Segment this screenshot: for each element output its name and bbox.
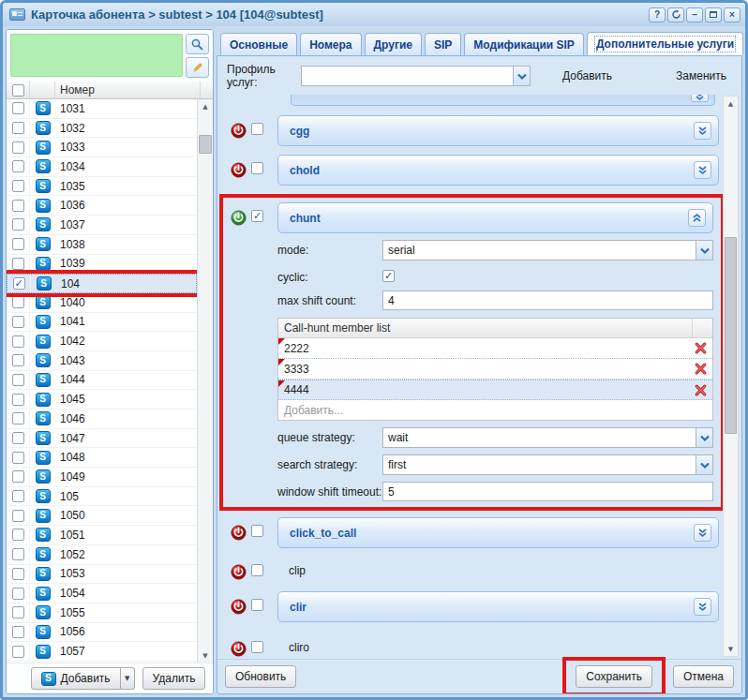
service-checkbox[interactable] — [251, 564, 263, 576]
scroll-up-icon[interactable]: ▲ — [724, 97, 738, 111]
scroll-thumb[interactable] — [199, 135, 212, 154]
row-checkbox[interactable] — [12, 296, 24, 308]
tab-osnovnye[interactable]: Основные — [220, 33, 297, 55]
row-checkbox[interactable] — [12, 316, 24, 328]
list-item[interactable]: 1055 — [7, 603, 197, 623]
mode-select[interactable]: serial — [382, 240, 713, 261]
row-checkbox[interactable] — [12, 335, 24, 348]
list-item[interactable]: 1035 — [7, 177, 197, 197]
edit-button[interactable] — [186, 57, 209, 78]
list-item[interactable]: 1039 — [7, 255, 197, 275]
search-button[interactable] — [186, 34, 209, 54]
close-button[interactable]: × — [724, 7, 741, 22]
member-row[interactable]: 3333 — [278, 359, 712, 380]
row-checkbox[interactable] — [12, 141, 24, 154]
maximize-button[interactable] — [705, 7, 722, 22]
list-item[interactable]: 1041 — [7, 313, 197, 333]
list-item[interactable]: 1042 — [7, 332, 197, 351]
list-item[interactable]: 1034 — [7, 157, 197, 177]
list-item[interactable]: 1033 — [7, 138, 197, 157]
chevron-down-icon[interactable] — [696, 428, 712, 447]
list-item[interactable]: 1053 — [7, 565, 197, 585]
list-item[interactable]: 1031 — [7, 99, 197, 119]
row-checkbox[interactable] — [12, 180, 24, 192]
queue-strategy-select[interactable]: wait — [382, 427, 713, 448]
chevron-down-icon[interactable] — [696, 455, 712, 474]
member-row[interactable]: 2222 — [278, 338, 712, 359]
scroll-down-icon[interactable]: ▼ — [724, 642, 738, 656]
row-checkbox[interactable] — [12, 218, 24, 231]
chevron-double-down-icon[interactable] — [694, 524, 711, 542]
list-item[interactable]: 105 — [7, 487, 197, 507]
select-all-checkbox[interactable] — [12, 84, 24, 97]
list-item[interactable]: 104 — [7, 274, 197, 293]
profile-add-button[interactable]: Добавить — [555, 66, 620, 86]
power-off-icon[interactable] — [231, 525, 247, 541]
list-item[interactable]: 1036 — [7, 196, 197, 216]
list-item[interactable]: 1052 — [7, 545, 197, 565]
refresh-button[interactable]: Обновить — [225, 665, 296, 688]
row-checkbox[interactable] — [12, 432, 24, 444]
list-item[interactable]: 1057 — [7, 642, 197, 662]
chevron-double-down-icon[interactable] — [691, 95, 709, 102]
row-checkbox[interactable] — [12, 606, 24, 618]
list-item[interactable]: 1032 — [7, 119, 197, 139]
search-strategy-select[interactable]: first — [382, 454, 713, 475]
member-number[interactable]: 2222 — [278, 338, 688, 358]
chevron-double-up-icon[interactable] — [688, 209, 706, 227]
list-item[interactable]: 1044 — [7, 371, 197, 391]
tab-nomera[interactable]: Номера — [300, 33, 361, 55]
service-checkbox[interactable] — [251, 525, 263, 537]
list-item[interactable]: 1045 — [7, 390, 197, 410]
minimize-button[interactable]: – — [686, 7, 703, 22]
chevron-down-icon[interactable] — [513, 67, 530, 85]
list-item[interactable]: 1040 — [7, 293, 197, 313]
scroll-down-icon[interactable]: ▼ — [198, 648, 213, 663]
add-subscriber-button[interactable]: Добавить — [31, 667, 121, 690]
list-item[interactable]: 1050 — [7, 506, 197, 526]
row-checkbox[interactable] — [12, 588, 24, 600]
chevron-double-down-icon[interactable] — [694, 161, 711, 179]
list-item[interactable]: 1046 — [7, 410, 197, 429]
service-panel[interactable]: click_to_call — [277, 517, 719, 548]
power-off-icon[interactable] — [231, 123, 247, 139]
row-checkbox[interactable] — [12, 646, 24, 658]
row-checkbox[interactable] — [12, 412, 24, 424]
row-checkbox[interactable] — [12, 102, 24, 114]
power-on-icon[interactable] — [231, 210, 247, 226]
search-input[interactable] — [10, 34, 183, 77]
service-checkbox[interactable] — [251, 210, 263, 222]
list-item[interactable]: 1056 — [7, 623, 197, 643]
row-checkbox[interactable] — [12, 160, 24, 172]
row-checkbox[interactable] — [13, 277, 25, 290]
tab-sip[interactable]: SIP — [425, 33, 461, 55]
profile-replace-button[interactable]: Заменить — [668, 66, 734, 86]
row-checkbox[interactable] — [12, 258, 24, 270]
list-item[interactable]: 1051 — [7, 526, 197, 545]
member-row[interactable]: 4444 — [278, 380, 712, 400]
service-panel[interactable]: cgg — [277, 115, 719, 146]
service-label[interactable]: cliro — [277, 633, 719, 657]
chevron-double-down-icon[interactable] — [694, 598, 711, 616]
services-scrollbar[interactable]: ▲ ▼ — [723, 96, 739, 657]
row-checkbox[interactable] — [12, 452, 24, 464]
service-panel[interactable]: chold — [277, 155, 719, 186]
service-panel[interactable]: chunt — [277, 202, 713, 233]
row-checkbox[interactable] — [12, 238, 24, 250]
tab-dopolnitelnye-uslugi[interactable]: Дополнительные услуги — [587, 32, 743, 55]
list-item[interactable]: 1047 — [7, 429, 197, 449]
member-add-row[interactable]: Добавить... — [278, 400, 712, 420]
number-column-header[interactable]: Номер — [55, 82, 201, 98]
power-off-icon[interactable] — [231, 641, 247, 657]
row-checkbox[interactable] — [12, 122, 24, 134]
list-item[interactable]: 1043 — [7, 351, 197, 371]
cyclic-checkbox[interactable] — [382, 270, 395, 282]
left-list-scrollbar[interactable]: ▲ ▼ — [197, 99, 213, 663]
list-item[interactable]: 1054 — [7, 584, 197, 603]
delete-subscriber-button[interactable]: Удалить — [142, 667, 206, 690]
chevron-down-icon[interactable] — [696, 241, 712, 260]
list-item[interactable]: 1038 — [7, 235, 197, 255]
member-number[interactable]: 4444 — [278, 380, 688, 399]
row-checkbox[interactable] — [12, 374, 24, 386]
power-off-icon[interactable] — [231, 162, 247, 178]
